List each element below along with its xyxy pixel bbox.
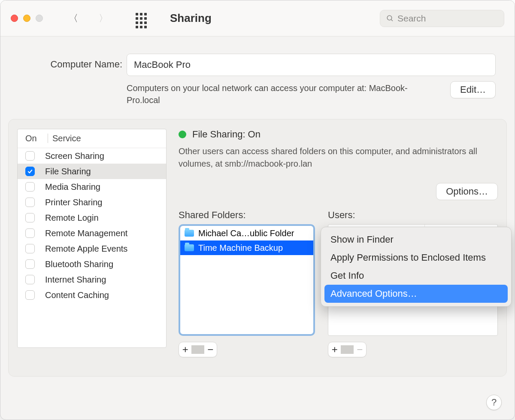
service-label: Media Sharing <box>45 182 100 192</box>
status-title: File Sharing: On <box>192 129 261 140</box>
service-checkbox[interactable] <box>25 198 35 207</box>
options-button[interactable]: Options… <box>436 183 498 200</box>
context-menu-item[interactable]: Get Info <box>324 267 508 285</box>
service-row-media-sharing[interactable]: Media Sharing <box>18 179 166 195</box>
service-checkbox[interactable] <box>25 213 35 222</box>
service-label: Remote Management <box>45 228 127 238</box>
titlebar: 〈 〉 Sharing Search <box>0 0 515 37</box>
svg-point-0 <box>387 15 392 20</box>
upper-content: Computer Name: Computers on your local n… <box>0 37 515 106</box>
service-checkbox[interactable] <box>25 167 35 176</box>
services-list: On Service Screen SharingFile SharingMed… <box>17 129 167 348</box>
service-checkbox[interactable] <box>25 151 35 161</box>
service-row-remote-apple-events[interactable]: Remote Apple Events <box>18 241 166 256</box>
service-checkbox[interactable] <box>25 290 35 300</box>
svg-line-1 <box>391 19 393 21</box>
service-row-content-caching[interactable]: Content Caching <box>18 287 166 303</box>
status-row: File Sharing: On <box>179 129 498 140</box>
computer-name-input[interactable] <box>127 54 496 76</box>
service-row-bluetooth-sharing[interactable]: Bluetooth Sharing <box>18 256 166 272</box>
zoom-window-button <box>36 15 43 22</box>
service-detail: File Sharing: On Other users can access … <box>179 129 498 362</box>
service-row-printer-sharing[interactable]: Printer Sharing <box>18 195 166 210</box>
folder-name: Michael Ca…ublic Folder <box>198 228 294 238</box>
remove-shared-folder-button[interactable]: − <box>204 344 217 355</box>
window-controls <box>11 15 43 22</box>
services-header-service: Service <box>52 134 81 143</box>
shared-folder-row[interactable]: Michael Ca…ublic Folder <box>180 226 313 240</box>
context-menu-item[interactable]: Advanced Options… <box>324 285 508 303</box>
computer-name-label: Computer Name: <box>19 54 122 70</box>
service-label: Internet Sharing <box>45 275 106 285</box>
status-description: Other users can access shared folders on… <box>179 145 488 170</box>
shared-folders-list[interactable]: Michael Ca…ublic FolderTime Machine Back… <box>179 224 315 336</box>
services-header-separator <box>48 134 48 143</box>
show-all-prefs-button[interactable] <box>136 13 150 24</box>
service-row-remote-management[interactable]: Remote Management <box>18 225 166 241</box>
minimize-window-button[interactable] <box>23 15 30 22</box>
close-window-button[interactable] <box>11 15 18 22</box>
service-label: Content Caching <box>45 290 109 300</box>
service-label: Remote Login <box>45 213 99 223</box>
service-label: File Sharing <box>45 167 91 177</box>
folder-context-menu: Show in FinderApply Permissions to Enclo… <box>321 227 512 307</box>
service-checkbox[interactable] <box>25 259 35 269</box>
service-row-remote-login[interactable]: Remote Login <box>18 210 166 225</box>
help-button[interactable]: ? <box>486 395 502 410</box>
services-header: On Service <box>18 129 166 148</box>
nav-arrows: 〈 〉 <box>69 12 108 25</box>
service-label: Printer Sharing <box>45 198 102 207</box>
service-label: Remote Apple Events <box>45 244 127 254</box>
plusminus-separator <box>341 345 353 354</box>
search-placeholder: Search <box>397 13 426 24</box>
computer-name-caption: Computers on your local network can acce… <box>127 82 437 106</box>
folder-icon <box>185 230 194 237</box>
services-panel: On Service Screen SharingFile SharingMed… <box>8 119 507 377</box>
context-menu-item[interactable]: Show in Finder <box>324 231 508 249</box>
remove-user-button: − <box>354 344 366 355</box>
service-row-internet-sharing[interactable]: Internet Sharing <box>18 272 166 287</box>
service-label: Screen Sharing <box>45 151 104 161</box>
add-shared-folder-button[interactable]: + <box>179 344 191 355</box>
shared-folders-plusminus: + − <box>179 342 217 357</box>
shared-folders-label: Shared Folders: <box>179 210 315 221</box>
status-indicator-icon <box>179 131 186 138</box>
folder-icon <box>185 244 194 251</box>
users-plusminus: + − <box>328 342 367 357</box>
service-checkbox[interactable] <box>25 228 35 238</box>
service-label: Bluetooth Sharing <box>45 259 113 269</box>
services-header-on: On <box>25 134 48 143</box>
service-checkbox[interactable] <box>25 244 35 253</box>
back-button[interactable]: 〈 <box>69 12 78 25</box>
pane-title: Sharing <box>170 12 212 25</box>
plusminus-separator <box>191 345 204 354</box>
shared-folder-row[interactable]: Time Machine Backup <box>180 240 313 255</box>
add-user-button[interactable]: + <box>328 344 341 355</box>
service-checkbox[interactable] <box>25 275 35 284</box>
service-row-screen-sharing[interactable]: Screen Sharing <box>18 148 166 164</box>
search-icon <box>386 15 394 22</box>
service-checkbox[interactable] <box>25 182 35 192</box>
context-menu-item[interactable]: Apply Permissions to Enclosed Items <box>324 249 508 267</box>
users-label: Users: <box>328 210 498 221</box>
forward-button: 〉 <box>99 12 108 25</box>
folder-name: Time Machine Backup <box>198 243 283 253</box>
service-row-file-sharing[interactable]: File Sharing <box>18 164 166 179</box>
search-field[interactable]: Search <box>380 10 504 27</box>
sharing-preferences-window: 〈 〉 Sharing Search Computer Name: Comput… <box>0 0 515 420</box>
edit-computer-name-button[interactable]: Edit… <box>450 81 496 98</box>
